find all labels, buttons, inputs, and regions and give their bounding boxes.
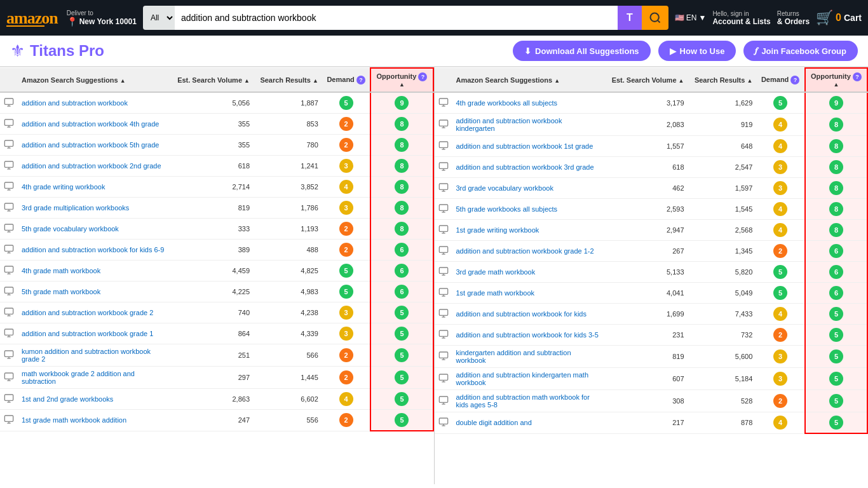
titans-avatar[interactable]: T <box>618 6 642 30</box>
demand-value: 5 <box>773 265 787 279</box>
demand-badge: 3 <box>322 198 371 219</box>
download-suggestions-button[interactable]: ⬇ Download All Suggestions <box>513 41 650 61</box>
results-value: 4,983 <box>254 281 322 302</box>
left-col-volume[interactable]: Est. Search Volume ▲ <box>170 68 254 92</box>
svg-rect-59 <box>439 163 447 168</box>
suggestion-text[interactable]: addition and subtraction workbook for ki… <box>452 325 605 346</box>
row-search-icon <box>0 281 18 302</box>
suggestion-text[interactable]: double digit addition and <box>452 412 605 434</box>
svg-rect-20 <box>4 224 13 230</box>
opportunity-value: 5 <box>395 327 409 341</box>
left-col-results[interactable]: Search Results ▲ <box>254 68 322 92</box>
left-col-suggestion[interactable]: Amazon Search Suggestions ▲ <box>18 68 170 92</box>
suggestion-text[interactable]: 1st grade math workbook <box>452 283 605 304</box>
suggestion-text[interactable]: addition and subtraction workbook 5th gr… <box>18 135 170 156</box>
suggestion-text[interactable]: 4th grade math workbook <box>18 261 170 281</box>
suggestion-text[interactable]: 3rd grade vocabulary workbook <box>452 178 605 199</box>
suggestion-text[interactable]: 4th grade workbooks all subjects <box>452 92 605 114</box>
search-category[interactable]: All <box>143 6 175 30</box>
how-to-use-button[interactable]: ▶ How to Use <box>658 41 736 61</box>
results-value: 1,545 <box>688 199 757 220</box>
search-button[interactable] <box>642 6 668 30</box>
suggestion-text[interactable]: addition and subtraction workbook grade … <box>18 323 170 344</box>
demand-value: 3 <box>339 201 353 215</box>
suggestion-text[interactable]: addition and subtraction workbook grade … <box>452 241 605 262</box>
volume-value: 267 <box>604 241 688 262</box>
opportunity-value: 8 <box>829 181 843 195</box>
suggestion-text[interactable]: addition and subtraction workbook <box>18 92 170 114</box>
facebook-group-button[interactable]: 𝒇 Join Facebook Group <box>743 41 858 61</box>
opportunity-value: 5 <box>829 328 843 342</box>
table-row: addition and subtraction workbook kinder… <box>435 114 868 136</box>
right-col-suggestion[interactable]: Amazon Search Suggestions ▲ <box>452 68 605 92</box>
left-col-opportunity[interactable]: Opportunity ? ▲ <box>370 68 433 92</box>
cart[interactable]: 🛒 0 Cart <box>816 10 862 26</box>
table-row: addition and subtraction workbook grade … <box>0 323 433 344</box>
opportunity-badge: 5 <box>805 390 867 412</box>
suggestion-text[interactable]: addition and subtraction workbook 1st gr… <box>452 136 605 157</box>
suggestion-text[interactable]: addition and subtraction workbook grade … <box>18 302 170 323</box>
svg-rect-86 <box>439 352 447 358</box>
opportunity-value: 5 <box>395 348 409 362</box>
opportunity-badge: 5 <box>370 410 433 431</box>
opportunity-badge: 8 <box>370 198 433 219</box>
suggestion-text[interactable]: addition and subtraction math workbook f… <box>452 390 605 412</box>
svg-rect-92 <box>439 396 447 402</box>
suggestion-text[interactable]: 5th grade vocabulary workbook <box>18 219 170 240</box>
suggestion-text[interactable]: addition and subtraction workbook kinder… <box>452 114 605 136</box>
suggestion-text[interactable]: addition and subtraction workbook 2nd gr… <box>18 156 170 177</box>
right-col-opportunity[interactable]: Opportunity ? ▲ <box>805 68 867 92</box>
lang-selector[interactable]: 🇺🇸 EN ▼ <box>675 13 707 22</box>
suggestion-text[interactable]: 3rd grade multiplication workbooks <box>18 198 170 219</box>
search-bar[interactable]: All T <box>143 6 668 30</box>
suggestion-text[interactable]: math workbook grade 2 addition and subtr… <box>18 367 170 389</box>
deliver-to[interactable]: Deliver to 📍 New York 10001 <box>67 10 137 27</box>
returns-orders[interactable]: Returns & Orders <box>777 10 810 26</box>
suggestion-text[interactable]: addition and subtraction kindergarten ma… <box>452 368 605 390</box>
demand-value: 3 <box>339 306 353 320</box>
table-row: 5th grade math workbook4,2254,98356 <box>0 281 433 302</box>
results-value: 780 <box>254 135 322 156</box>
table-row: kumon addition and subtraction workbook … <box>0 344 433 367</box>
suggestion-text[interactable]: 5th grade math workbook <box>18 281 170 302</box>
demand-value: 2 <box>339 348 353 362</box>
right-demand-help-icon[interactable]: ? <box>790 76 799 85</box>
row-search-icon <box>0 261 18 281</box>
table-row: addition and subtraction workbook grade … <box>0 302 433 323</box>
svg-rect-95 <box>439 418 447 424</box>
opportunity-help-icon[interactable]: ? <box>418 72 427 81</box>
row-search-icon <box>435 262 452 283</box>
demand-help-icon[interactable]: ? <box>356 76 365 85</box>
suggestion-text[interactable]: 4th grade writing workbook <box>18 177 170 198</box>
right-col-demand[interactable]: Demand ? <box>756 68 805 92</box>
right-opportunity-help-icon[interactable]: ? <box>853 72 862 81</box>
opportunity-badge: 8 <box>805 157 867 178</box>
opportunity-value: 9 <box>829 96 843 110</box>
suggestion-text[interactable]: 5th grade workbooks all subjects <box>452 199 605 220</box>
left-col-demand[interactable]: Demand ? <box>322 68 371 92</box>
right-col-results[interactable]: Search Results ▲ <box>688 68 757 92</box>
suggestion-text[interactable]: addition and subtraction workbook for ki… <box>18 240 170 261</box>
suggestion-text[interactable]: addition and subtraction workbook for ki… <box>452 304 605 325</box>
demand-badge: 2 <box>756 241 805 262</box>
svg-rect-14 <box>4 182 13 188</box>
volume-value: 3,179 <box>604 92 688 114</box>
account-menu[interactable]: Hello, sign in Account & Lists <box>712 10 770 26</box>
svg-rect-29 <box>4 287 13 293</box>
suggestion-text[interactable]: 1st grade writing workbook <box>452 220 605 241</box>
opportunity-value: 8 <box>395 180 409 194</box>
search-input[interactable] <box>175 6 618 30</box>
right-col-volume[interactable]: Est. Search Volume ▲ <box>604 68 688 92</box>
row-search-icon <box>435 199 452 220</box>
amazon-logo[interactable]: amazon <box>6 9 58 27</box>
demand-value: 3 <box>773 372 787 386</box>
volume-value: 5,133 <box>604 262 688 283</box>
suggestion-text[interactable]: kumon addition and subtraction workbook … <box>18 344 170 367</box>
suggestion-text[interactable]: 1st grade math workbook addition <box>18 410 170 431</box>
suggestion-text[interactable]: kindergarten addition and subtraction wo… <box>452 346 605 368</box>
suggestion-text[interactable]: 1st and 2nd grade workbooks <box>18 389 170 410</box>
suggestion-text[interactable]: 3rd grade math workbook <box>452 262 605 283</box>
suggestion-text[interactable]: addition and subtraction workbook 4th gr… <box>18 114 170 135</box>
demand-value: 3 <box>339 159 353 173</box>
suggestion-text[interactable]: addition and subtraction workbook 3rd gr… <box>452 157 605 178</box>
